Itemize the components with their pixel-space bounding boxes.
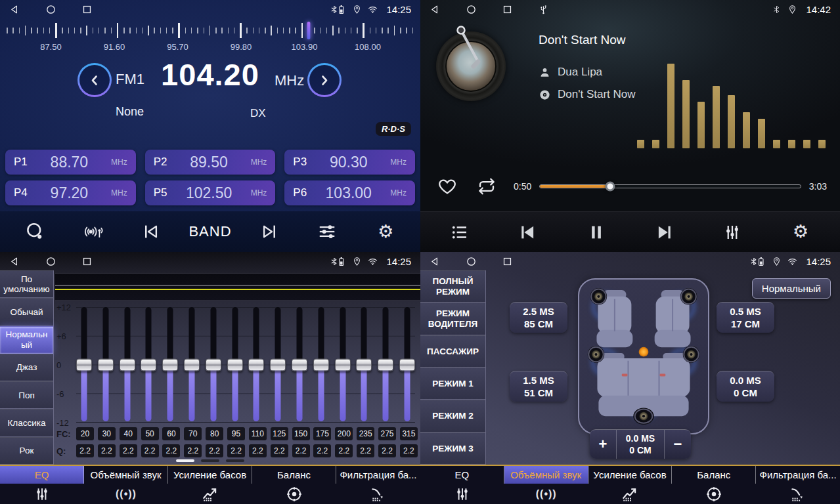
playlist-button[interactable] bbox=[439, 217, 480, 248]
q-value-16[interactable]: 2.2 bbox=[400, 444, 418, 457]
tab-bass[interactable]: Усиление басов bbox=[588, 466, 673, 504]
progress-slider[interactable] bbox=[539, 184, 801, 188]
fc-value-14[interactable]: 235 bbox=[357, 427, 374, 440]
slider-thumb[interactable] bbox=[206, 358, 221, 371]
audio-settings-button[interactable] bbox=[307, 216, 347, 247]
slider-thumb[interactable] bbox=[356, 358, 372, 371]
preset-p4[interactable]: P497.20MHz bbox=[5, 180, 136, 205]
home-button[interactable] bbox=[466, 256, 477, 267]
recent-button[interactable] bbox=[502, 4, 513, 15]
tab-eq[interactable]: EQ bbox=[0, 466, 84, 504]
recent-button[interactable] bbox=[502, 256, 513, 267]
eq-band-slider-3[interactable] bbox=[120, 307, 135, 422]
fc-value-10[interactable]: 125 bbox=[271, 427, 288, 440]
mode-1[interactable]: ПОЛНЫЙ РЕЖИМ bbox=[420, 270, 485, 303]
preset-p2[interactable]: P289.50MHz bbox=[145, 150, 276, 175]
q-value-14[interactable]: 2.2 bbox=[357, 444, 374, 457]
eq-band-slider-7[interactable] bbox=[206, 307, 221, 422]
rear-right-delay[interactable]: 0.0 MS 0 CM bbox=[717, 371, 774, 402]
tab-bass[interactable]: Усиление басов bbox=[168, 466, 252, 504]
eq-preset-2[interactable]: Обычай bbox=[0, 298, 53, 326]
slider-thumb[interactable] bbox=[98, 358, 114, 371]
preset-p3[interactable]: P390.30MHz bbox=[284, 150, 415, 175]
mode-4[interactable]: РЕЖИМ 1 bbox=[420, 368, 485, 400]
fc-value-16[interactable]: 315 bbox=[400, 427, 418, 440]
preset-p6[interactable]: P6103.00MHz bbox=[284, 180, 415, 205]
eq-band-slider-15[interactable] bbox=[378, 307, 393, 422]
back-button[interactable] bbox=[430, 256, 441, 267]
slider-thumb[interactable] bbox=[141, 358, 156, 371]
fc-value-1[interactable]: 20 bbox=[76, 427, 94, 440]
eq-preset-1[interactable]: По умолчанию bbox=[0, 270, 53, 298]
q-value-11[interactable]: 2.2 bbox=[292, 444, 310, 457]
q-value-2[interactable]: 2.2 bbox=[98, 444, 116, 457]
progress-thumb[interactable] bbox=[606, 182, 615, 192]
q-value-6[interactable]: 2.2 bbox=[184, 444, 202, 457]
next-track-button[interactable] bbox=[644, 217, 684, 248]
eq-band-slider-1[interactable] bbox=[76, 307, 92, 422]
dial-pointer[interactable] bbox=[307, 22, 311, 39]
frequency-dial[interactable]: 87.5091.6095.7099.80103.90108.00 bbox=[0, 20, 420, 55]
fc-value-7[interactable]: 80 bbox=[206, 427, 223, 440]
slider-thumb[interactable] bbox=[270, 358, 286, 371]
slider-thumb[interactable] bbox=[292, 358, 307, 371]
recent-button[interactable] bbox=[81, 4, 93, 15]
eq-band-slider-8[interactable] bbox=[227, 307, 243, 422]
eq-band-slider-10[interactable] bbox=[270, 307, 286, 422]
repeat-button[interactable] bbox=[477, 177, 497, 196]
slider-thumb[interactable] bbox=[399, 358, 415, 371]
eq-band-slider-13[interactable] bbox=[335, 307, 351, 422]
settings-button[interactable]: ⚙ bbox=[365, 216, 406, 247]
mode-3[interactable]: ПАССАЖИР bbox=[420, 335, 485, 368]
slider-thumb[interactable] bbox=[313, 358, 329, 371]
next-station-button[interactable] bbox=[307, 63, 342, 97]
slider-thumb[interactable] bbox=[248, 358, 264, 371]
eq-band-slider-4[interactable] bbox=[141, 307, 156, 422]
tab-balance[interactable]: Баланс bbox=[672, 466, 756, 504]
q-value-13[interactable]: 2.2 bbox=[335, 444, 353, 457]
favorite-button[interactable] bbox=[437, 177, 457, 196]
home-button[interactable] bbox=[45, 4, 56, 15]
pause-button[interactable] bbox=[576, 217, 617, 248]
surround-preset-button[interactable]: Нормальный bbox=[752, 278, 831, 299]
q-value-10[interactable]: 2.2 bbox=[271, 444, 288, 457]
q-value-9[interactable]: 2.2 bbox=[249, 444, 267, 457]
slider-thumb[interactable] bbox=[335, 358, 351, 371]
preset-p1[interactable]: P188.70MHz bbox=[5, 150, 136, 175]
eq-band-slider-12[interactable] bbox=[313, 307, 329, 422]
band-button[interactable]: BAND bbox=[190, 216, 231, 247]
q-value-12[interactable]: 2.2 bbox=[313, 444, 331, 457]
slider-thumb[interactable] bbox=[227, 358, 243, 371]
fc-value-4[interactable]: 50 bbox=[141, 427, 159, 440]
fc-value-15[interactable]: 275 bbox=[378, 427, 396, 440]
fc-value-3[interactable]: 40 bbox=[120, 427, 137, 440]
delay-decrease-button[interactable]: − bbox=[665, 430, 691, 459]
slider-thumb[interactable] bbox=[120, 358, 135, 371]
delay-increase-button[interactable]: + bbox=[590, 430, 616, 459]
front-left-delay[interactable]: 2.5 MS 85 CM bbox=[510, 302, 567, 333]
q-value-7[interactable]: 2.2 bbox=[206, 444, 223, 457]
q-value-4[interactable]: 2.2 bbox=[141, 444, 159, 457]
tab-crossover[interactable]: Фильтрация ба... bbox=[756, 466, 840, 504]
slider-thumb[interactable] bbox=[184, 358, 200, 371]
fc-value-12[interactable]: 175 bbox=[313, 427, 331, 440]
eq-band-slider-6[interactable] bbox=[184, 307, 200, 422]
home-button[interactable] bbox=[45, 256, 56, 267]
mode-5[interactable]: РЕЖИМ 2 bbox=[420, 400, 485, 432]
slider-thumb[interactable] bbox=[378, 358, 393, 371]
eq-preset-3[interactable]: Нормальный bbox=[0, 326, 53, 354]
back-button[interactable] bbox=[430, 4, 441, 15]
fc-value-2[interactable]: 30 bbox=[98, 427, 116, 440]
q-value-15[interactable]: 2.2 bbox=[378, 444, 396, 457]
q-value-1[interactable]: 2.2 bbox=[76, 444, 94, 457]
eq-band-slider-5[interactable] bbox=[162, 307, 178, 422]
q-value-3[interactable]: 2.2 bbox=[120, 444, 137, 457]
q-value-8[interactable]: 2.2 bbox=[227, 444, 245, 457]
mode-6[interactable]: РЕЖИМ 3 bbox=[420, 432, 485, 465]
eq-band-slider-11[interactable] bbox=[292, 307, 307, 422]
tab-balance[interactable]: Баланс bbox=[252, 466, 336, 504]
seek-next-button[interactable] bbox=[248, 216, 289, 247]
slider-thumb[interactable] bbox=[162, 358, 178, 371]
fc-value-9[interactable]: 110 bbox=[249, 427, 267, 440]
mode-2[interactable]: РЕЖИМ ВОДИТЕЛЯ bbox=[420, 303, 485, 335]
